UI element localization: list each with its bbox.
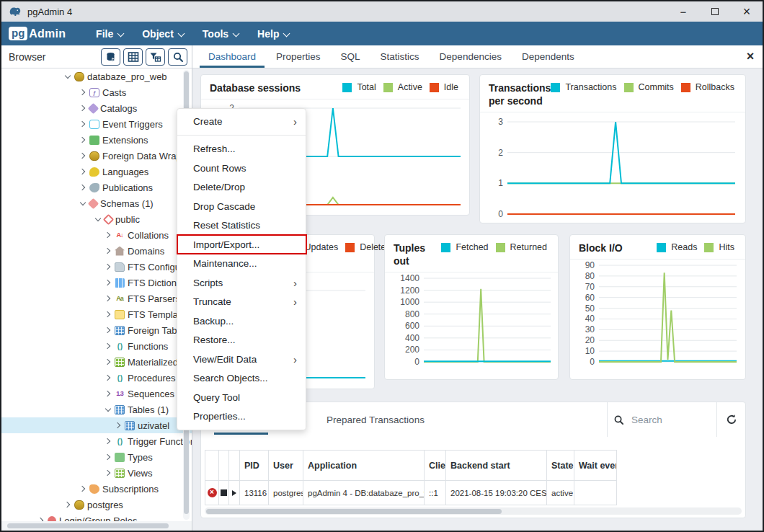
table-header-cell[interactable]: Backend start <box>445 450 546 480</box>
tree-expand-chevron-icon[interactable] <box>63 71 73 81</box>
tab-statistics[interactable]: Statistics <box>370 45 430 68</box>
table-header-cell[interactable]: Application <box>303 450 424 480</box>
table-horizontal-scrollbar[interactable] <box>205 507 742 515</box>
table-header-cell[interactable] <box>205 450 218 480</box>
tree-expand-chevron-icon[interactable] <box>103 309 113 319</box>
tree-expand-chevron-icon[interactable] <box>103 357 113 367</box>
row-action-icon[interactable] <box>208 488 217 497</box>
tree-item[interactable]: Subscriptions <box>1 481 192 497</box>
menu-file[interactable]: File <box>96 28 125 40</box>
tree-item[interactable]: FTS Templates <box>1 306 192 322</box>
tree-item[interactable]: Views <box>1 465 192 481</box>
scrollbar-thumb[interactable] <box>7 523 169 528</box>
context-menu-item[interactable]: Backup... › <box>177 311 306 331</box>
tree-item[interactable]: FTS Configurations <box>1 259 192 275</box>
tree-item[interactable]: Functions <box>1 338 192 354</box>
tree-expand-chevron-icon[interactable] <box>63 500 73 510</box>
tree-item[interactable]: Sequences <box>1 386 192 402</box>
tree-item[interactable]: Extensions <box>1 132 192 148</box>
panel-close-icon[interactable]: × <box>738 45 763 68</box>
tree-item[interactable]: Trigger Functions <box>1 433 192 449</box>
context-menu-item[interactable]: Refresh... › <box>177 140 306 159</box>
tree-item[interactable]: Foreign Data Wrappers <box>1 148 192 164</box>
table-header-cell[interactable]: Client <box>424 450 445 480</box>
tree-item[interactable]: Foreign Tables <box>1 322 192 338</box>
tree-item[interactable]: FTS Dictionaries <box>1 275 192 291</box>
tree-expand-chevron-icon[interactable] <box>103 293 113 303</box>
tree-expand-chevron-icon[interactable] <box>93 214 103 224</box>
tree-item[interactable]: postgres <box>1 497 192 513</box>
tab-dependencies[interactable]: Dependencies <box>430 45 512 68</box>
tree-item[interactable]: uzivatel <box>1 417 192 433</box>
tree-expand-chevron-icon[interactable] <box>78 182 88 192</box>
tree-horizontal-scrollbar[interactable] <box>1 521 192 531</box>
context-menu-item[interactable]: Query Tool › <box>177 388 306 407</box>
table-header-cell[interactable] <box>218 450 228 480</box>
menu-help[interactable]: Help <box>257 28 290 40</box>
context-menu-item[interactable]: Properties... › <box>177 407 306 427</box>
tree-expand-chevron-icon[interactable] <box>78 119 88 129</box>
tree-expand-chevron-icon[interactable] <box>78 87 88 97</box>
tree-item[interactable]: Procedures <box>1 370 192 386</box>
context-menu-item[interactable]: Maintenance... › <box>177 254 306 274</box>
tree-expand-chevron-icon[interactable] <box>103 404 113 414</box>
tree-expand-chevron-icon[interactable] <box>103 373 113 383</box>
context-menu-item[interactable]: Truncate › <box>177 293 306 312</box>
tree-expand-chevron-icon[interactable] <box>103 278 113 288</box>
context-menu-item[interactable]: Create › <box>177 112 306 131</box>
tree-expand-chevron-icon[interactable] <box>103 230 113 240</box>
tree-expand-chevron-icon[interactable] <box>103 389 113 399</box>
tree-expand-chevron-icon[interactable] <box>103 325 113 335</box>
menu-tools[interactable]: Tools <box>203 28 240 40</box>
table-header-cell[interactable]: Wait event <box>574 450 617 480</box>
filter-data-button[interactable] <box>146 48 165 66</box>
search-objects-button[interactable] <box>168 48 187 66</box>
context-menu-item[interactable]: › <box>177 131 306 140</box>
context-menu-item[interactable]: Delete/Drop › <box>177 178 306 198</box>
context-menu-item[interactable]: Import/Export... › <box>177 235 306 254</box>
tree-item[interactable]: Materialized Views <box>1 354 192 370</box>
tree-expand-chevron-icon[interactable] <box>103 262 113 272</box>
tree-expand-chevron-icon[interactable] <box>78 484 88 494</box>
search-input[interactable] <box>630 414 702 426</box>
close-button[interactable]: × <box>731 1 763 22</box>
menu-object[interactable]: Object <box>142 28 185 40</box>
tree-expand-chevron-icon[interactable] <box>78 151 88 161</box>
tree-item[interactable]: Login/Group Roles <box>1 513 192 521</box>
tree-expand-chevron-icon[interactable] <box>78 103 88 113</box>
tree-expand-chevron-icon[interactable] <box>103 436 113 446</box>
tree-expand-chevron-icon[interactable] <box>78 135 88 145</box>
tree-item[interactable]: Tables (1) <box>1 402 192 417</box>
tab-dashboard[interactable]: Dashboard <box>198 45 266 68</box>
tree-item[interactable]: Domains <box>1 243 192 259</box>
maximize-button[interactable] <box>699 1 731 22</box>
table-header-cell[interactable]: PID <box>239 450 268 480</box>
tree-item[interactable]: databaze_pro_web <box>1 68 192 84</box>
tree-expand-chevron-icon[interactable] <box>113 420 123 430</box>
tree-item[interactable]: public <box>1 211 192 227</box>
tree-expand-chevron-icon[interactable] <box>36 515 46 521</box>
tree-item[interactable]: Publications <box>1 179 192 195</box>
tree-expand-chevron-icon[interactable] <box>103 341 113 351</box>
table-header-cell[interactable] <box>228 450 239 480</box>
tree-expand-chevron-icon[interactable] <box>78 167 88 177</box>
tree-item[interactable]: Languages <box>1 164 192 179</box>
tree-expand-chevron-icon[interactable] <box>103 468 113 478</box>
row-action-icon[interactable] <box>221 489 227 496</box>
tree-item[interactable]: FTS Parsers <box>1 291 192 306</box>
row-action-icon[interactable] <box>232 490 236 496</box>
table-header-cell[interactable]: User <box>268 450 303 480</box>
table-row[interactable]: 13116 postgres pgAdmin 4 - D <box>205 480 617 505</box>
minimize-button[interactable]: − <box>667 1 699 22</box>
tree-item[interactable]: Catalogs <box>1 100 192 116</box>
tree-expand-chevron-icon[interactable] <box>78 198 88 208</box>
context-menu-item[interactable]: View/Edit Data › <box>177 350 306 369</box>
refresh-button[interactable] <box>716 402 745 437</box>
tree-item[interactable]: Casts <box>1 84 192 100</box>
tab-properties[interactable]: Properties <box>266 45 331 68</box>
context-menu-item[interactable]: Restore... › <box>177 331 306 350</box>
tree-expand-chevron-icon[interactable] <box>103 246 113 256</box>
tab-dependents[interactable]: Dependents <box>512 45 585 68</box>
tab-prepared-transactions[interactable]: Prepared Transactions <box>316 402 435 437</box>
tree-item[interactable]: Schemas (1) <box>1 195 192 211</box>
